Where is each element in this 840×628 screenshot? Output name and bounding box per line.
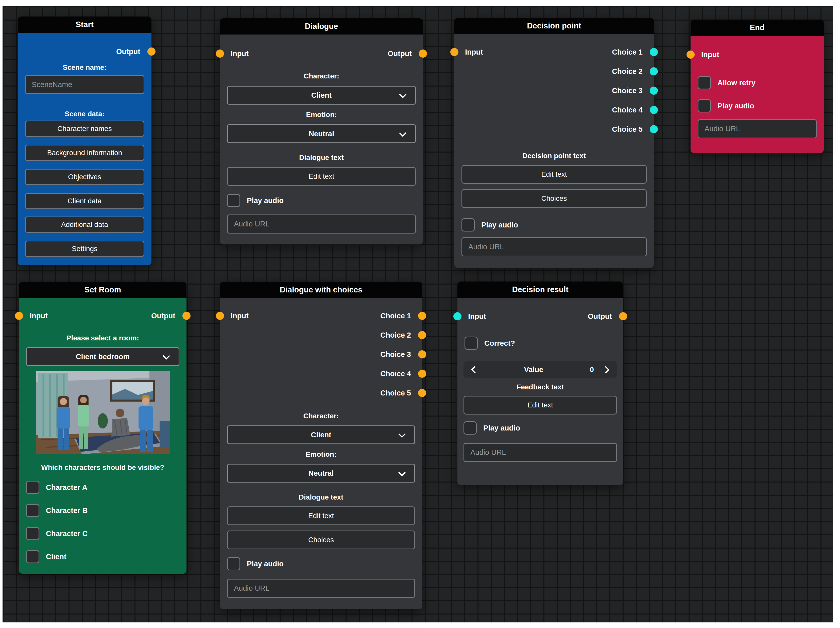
node-dialogue-with-choices[interactable]: Dialogue with choices Input Choice 1 Cho…: [220, 282, 422, 609]
room-dropdown[interactable]: Client bedroom: [26, 347, 179, 366]
button-label: Background information: [47, 149, 122, 157]
node-title: Decision point: [527, 21, 581, 30]
character-a-checkbox[interactable]: [26, 481, 39, 494]
character-a-label: Character A: [46, 483, 87, 492]
choice-4-port[interactable]: [650, 106, 658, 114]
input-port[interactable]: [216, 312, 224, 320]
audio-url-input[interactable]: [227, 215, 416, 234]
node-title: End: [750, 23, 765, 32]
choice-4-port-label: Choice 4: [612, 104, 643, 115]
output-port[interactable]: [619, 312, 627, 320]
chevron-right-icon[interactable]: [602, 366, 609, 373]
emotion-dropdown[interactable]: Neutral: [227, 464, 415, 482]
node-start[interactable]: Start Output Scene name: Scene data: Cha…: [18, 16, 152, 265]
edit-text-button[interactable]: Edit text: [227, 167, 416, 186]
input-port[interactable]: [15, 312, 23, 320]
dialogue-text-label: Dialogue text: [220, 153, 423, 162]
audio-url-input[interactable]: [698, 119, 817, 138]
button-label: Edit text: [541, 170, 567, 179]
correct-checkbox[interactable]: [464, 337, 478, 350]
scene-name-label: Scene name:: [18, 63, 152, 71]
choice-1-port[interactable]: [650, 48, 658, 56]
character-names-button[interactable]: Character names: [25, 120, 144, 137]
settings-button[interactable]: Settings: [25, 240, 144, 257]
input-port[interactable]: [453, 312, 461, 320]
play-audio-checkbox[interactable]: [464, 421, 477, 435]
input-port[interactable]: [450, 48, 458, 56]
character-b-checkbox[interactable]: [26, 504, 39, 517]
additional-data-button[interactable]: Additional data: [25, 217, 144, 233]
node-title: Start: [76, 20, 94, 29]
character-b-label: Character B: [46, 506, 87, 515]
choice-3-port[interactable]: [650, 87, 658, 95]
node-decision-result[interactable]: Decision result Input Output Correct? Va…: [458, 282, 623, 486]
play-audio-checkbox[interactable]: [698, 99, 711, 112]
input-port-label: Input: [231, 310, 249, 321]
character-dropdown[interactable]: Client: [227, 86, 416, 104]
edit-text-button[interactable]: Edit text: [464, 396, 617, 414]
choice-5-port[interactable]: [650, 125, 658, 133]
choice-5-port-label: Choice 5: [612, 124, 643, 134]
play-audio-row: Play audio: [461, 218, 518, 231]
play-audio-label: Play audio: [481, 221, 518, 229]
objectives-button[interactable]: Objectives: [25, 169, 144, 185]
audio-url-input[interactable]: [461, 237, 647, 256]
character-c-checkbox[interactable]: [26, 527, 39, 540]
room-dropdown-value: Client bedroom: [76, 353, 130, 361]
choice-3-port[interactable]: [418, 350, 426, 358]
edit-text-button[interactable]: Edit text: [461, 165, 647, 184]
output-port[interactable]: [419, 49, 427, 58]
character-c-row: Character C: [26, 527, 87, 540]
node-end-header[interactable]: End: [691, 19, 824, 36]
allow-retry-checkbox[interactable]: [698, 76, 711, 89]
play-audio-checkbox[interactable]: [461, 218, 475, 231]
chevron-down-icon: [399, 130, 407, 137]
node-dialogue-header[interactable]: Dialogue: [220, 18, 423, 35]
node-start-header[interactable]: Start: [18, 16, 152, 33]
node-decision-result-header[interactable]: Decision result: [458, 282, 623, 298]
node-decision-point[interactable]: Decision point Input Choice 1 Choice 2 C…: [455, 18, 654, 268]
feedback-text-label: Feedback text: [458, 383, 623, 391]
choice-1-port-label: Choice 1: [612, 47, 643, 57]
play-audio-label: Play audio: [717, 102, 754, 110]
value-stepper[interactable]: Value 0: [464, 361, 617, 378]
choice-2-port[interactable]: [650, 67, 658, 75]
node-end[interactable]: End Input Allow retry Play audio: [691, 19, 824, 153]
scene-name-input[interactable]: [25, 75, 144, 94]
choice-4-port[interactable]: [418, 370, 426, 378]
audio-url-input[interactable]: [227, 579, 415, 598]
choice-2-port-label: Choice 2: [380, 330, 411, 340]
play-audio-checkbox[interactable]: [227, 557, 240, 570]
emotion-label: Emotion:: [220, 450, 422, 459]
node-decision-point-header[interactable]: Decision point: [455, 18, 654, 34]
select-room-label: Please select a room:: [19, 334, 186, 342]
output-port[interactable]: [147, 47, 156, 55]
choice-5-port[interactable]: [418, 389, 426, 397]
emotion-dropdown[interactable]: Neutral: [227, 124, 416, 143]
choice-1-port[interactable]: [418, 312, 426, 320]
play-audio-checkbox[interactable]: [227, 194, 240, 207]
scene-data-label: Scene data:: [18, 110, 152, 118]
input-port[interactable]: [687, 51, 695, 59]
node-set-room[interactable]: Set Room Input Output Please select a ro…: [19, 282, 186, 574]
character-c-label: Character C: [46, 530, 87, 538]
edit-text-button[interactable]: Edit text: [227, 506, 415, 525]
choices-button[interactable]: Choices: [227, 530, 415, 549]
choices-button[interactable]: Choices: [461, 189, 647, 208]
background-information-button[interactable]: Background information: [25, 145, 144, 161]
audio-url-input[interactable]: [464, 443, 617, 462]
emotion-dropdown-value: Neutral: [308, 469, 334, 478]
node-dialogue[interactable]: Dialogue Input Output Character: Client …: [220, 18, 423, 244]
node-editor-canvas[interactable]: Start Output Scene name: Scene data: Cha…: [3, 6, 833, 622]
character-dropdown[interactable]: Client: [227, 426, 415, 444]
output-port[interactable]: [182, 312, 191, 320]
node-set-room-header[interactable]: Set Room: [19, 282, 186, 298]
emotion-dropdown-value: Neutral: [309, 130, 334, 138]
input-port[interactable]: [216, 49, 224, 58]
character-dropdown-value: Client: [311, 431, 332, 439]
client-checkbox[interactable]: [26, 550, 39, 563]
node-dialogue-with-choices-header[interactable]: Dialogue with choices: [220, 282, 422, 298]
client-data-button[interactable]: Client data: [25, 193, 144, 209]
play-audio-label: Play audio: [247, 196, 284, 205]
choice-2-port[interactable]: [418, 331, 426, 339]
